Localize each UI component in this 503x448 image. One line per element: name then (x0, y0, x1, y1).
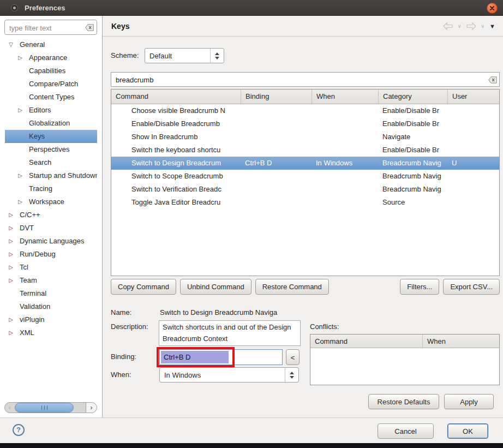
export-csv-button[interactable]: Export CSV... (443, 279, 500, 295)
table-row[interactable]: Enable/Disable BreadcrumbEnable/Disable … (111, 117, 499, 130)
clear-search-icon[interactable] (488, 76, 497, 85)
sidebar-item-viplugin[interactable]: ▷viPlugin (5, 313, 97, 326)
sidebar-item-compare-patch[interactable]: Compare/Patch (5, 77, 97, 91)
view-menu-icon[interactable]: ▼ (489, 23, 495, 29)
preferences-dialog: Preferences ▽General ▷Appearance Capabil… (0, 0, 503, 448)
close-button[interactable] (487, 3, 498, 14)
expander-collapsed-icon[interactable]: ▷ (7, 248, 15, 261)
sidebar-item-editors[interactable]: ▷Editors (5, 104, 97, 117)
conflicts-column-when[interactable]: When (422, 334, 499, 348)
binding-history-button[interactable]: < (286, 349, 300, 365)
conflicts-column-command[interactable]: Command (310, 334, 422, 348)
unbind-command-button[interactable]: Unbind Command (180, 279, 251, 295)
sidebar-item-capabilities[interactable]: Capabilities (5, 64, 97, 77)
expander-collapsed-icon[interactable]: ▷ (7, 313, 15, 326)
sidebar-item-appearance[interactable]: ▷Appearance (5, 51, 97, 64)
help-icon[interactable]: ? (13, 424, 25, 436)
scroll-right-icon[interactable]: › (86, 403, 97, 413)
scrollbar-thumb[interactable] (15, 403, 74, 413)
when-label: When: (111, 371, 131, 379)
sidebar-item-globalization[interactable]: Globalization (5, 117, 97, 130)
expander-collapsed-icon[interactable]: ▷ (7, 222, 15, 235)
table-header-row: Command Binding When Category User (111, 89, 499, 104)
sidebar: ▽General ▷Appearance Capabilities Compar… (0, 16, 103, 417)
back-arrow-icon[interactable] (443, 22, 453, 30)
sidebar-item-keys[interactable]: Keys (5, 130, 97, 143)
sidebar-item-workspace[interactable]: ▷Workspace (5, 195, 97, 208)
column-header-binding[interactable]: Binding (241, 89, 312, 104)
expander-collapsed-icon[interactable]: ▷ (7, 235, 15, 248)
expander-collapsed-icon[interactable]: ▷ (7, 208, 15, 222)
sidebar-item-xml[interactable]: ▷XML (5, 326, 97, 339)
table-row[interactable]: Switch the keyboard shortcuEnable/Disabl… (111, 144, 499, 157)
table-row-selected[interactable]: Switch to Design BreadcrumCtrl+B DIn Win… (111, 157, 499, 170)
scheme-select[interactable]: Default (145, 48, 224, 63)
conflicts-table: Command When (310, 334, 500, 385)
command-filter-input[interactable] (115, 74, 482, 86)
when-select[interactable]: In Windows (159, 367, 299, 383)
window-bottom-edge (0, 443, 503, 448)
clear-filter-icon[interactable] (85, 24, 94, 33)
sidebar-item-general[interactable]: ▽General (5, 38, 97, 51)
sidebar-item-tracing[interactable]: Tracing (5, 182, 97, 195)
sidebar-item-validation[interactable]: Validation (5, 300, 97, 313)
back-history-chevron-icon[interactable]: ∨ (458, 23, 462, 29)
table-row[interactable]: Switch to Scope BreadcrumbBreadcrumb Nav… (111, 170, 499, 183)
name-value: Switch to Design Breadcrumb Naviga (160, 308, 306, 316)
sidebar-horizontal-scrollbar[interactable]: ‹ › (4, 402, 97, 413)
expander-collapsed-icon[interactable]: ▷ (7, 326, 15, 339)
sidebar-item-run-debug[interactable]: ▷Run/Debug (5, 248, 97, 261)
name-label: Name: (111, 308, 131, 316)
sidebar-item-team[interactable]: ▷Team (5, 274, 97, 287)
apply-button[interactable]: Apply (444, 394, 494, 409)
title-bar[interactable]: Preferences (0, 0, 503, 16)
description-label: Description: (111, 322, 148, 331)
combo-spinner-icon[interactable] (210, 49, 224, 63)
conflicts-label: Conflicts: (310, 322, 339, 331)
expander-collapsed-icon[interactable]: ▷ (16, 169, 24, 182)
table-row[interactable]: Show In BreadcrumbNavigate (111, 130, 499, 144)
binding-input[interactable]: Ctrl+B D (159, 349, 283, 365)
forward-history-chevron-icon[interactable]: ∨ (481, 23, 485, 29)
column-header-category[interactable]: Category (378, 89, 447, 104)
sidebar-item-tcl[interactable]: ▷Tcl (5, 261, 97, 274)
table-actions: Copy Command Unbind Command Restore Comm… (111, 279, 500, 295)
sidebar-item-dvt[interactable]: ▷DVT (5, 222, 97, 235)
sidebar-item-search[interactable]: Search (5, 156, 97, 169)
expander-collapsed-icon[interactable]: ▷ (16, 104, 24, 117)
sidebar-item-perspectives[interactable]: Perspectives (5, 143, 97, 156)
column-header-command[interactable]: Command (111, 89, 241, 104)
scrollbar-grip-icon (41, 405, 47, 410)
table-row[interactable]: Choose visible Breadcrumb NEnable/Disabl… (111, 104, 499, 117)
table-row[interactable]: Switch to Verification BreadcBreadcrumb … (111, 183, 499, 196)
table-row[interactable]: Toggle Java Editor BreadcruSource (111, 196, 499, 209)
sidebar-item-c-cpp[interactable]: ▷C/C++ (5, 208, 97, 222)
conflicts-header-row: Command When (310, 334, 499, 348)
copy-command-button[interactable]: Copy Command (111, 279, 176, 295)
preferences-tree: ▽General ▷Appearance Capabilities Compar… (5, 38, 97, 368)
ok-button[interactable]: OK (447, 423, 488, 439)
expander-collapsed-icon[interactable]: ▷ (16, 51, 24, 64)
when-value: In Windows (160, 371, 285, 379)
cancel-button[interactable]: Cancel (378, 423, 434, 439)
restore-command-button[interactable]: Restore Command (255, 279, 329, 295)
forward-arrow-icon[interactable] (466, 22, 476, 30)
sidebar-item-terminal[interactable]: Terminal (5, 287, 97, 300)
expander-collapsed-icon[interactable]: ▷ (7, 261, 15, 274)
binding-label: Binding: (111, 353, 136, 361)
sidebar-item-dynamic-languages[interactable]: ▷Dynamic Languages (5, 235, 97, 248)
filters-button[interactable]: Filters... (400, 279, 439, 295)
description-box: Switch shortcuts in and out of the Desig… (159, 320, 301, 346)
scroll-left-icon[interactable]: ‹ (5, 403, 15, 413)
expander-collapsed-icon[interactable]: ▷ (7, 274, 15, 287)
column-header-user[interactable]: User (447, 89, 499, 104)
combo-spinner-icon[interactable] (285, 368, 298, 382)
expander-collapsed-icon[interactable]: ▷ (16, 195, 24, 208)
expander-expanded-icon[interactable]: ▽ (7, 38, 15, 51)
scheme-value: Default (145, 52, 210, 60)
filter-input[interactable] (8, 21, 84, 34)
sidebar-item-content-types[interactable]: Content Types (5, 91, 97, 104)
column-header-when[interactable]: When (312, 89, 378, 104)
restore-defaults-button[interactable]: Restore Defaults (368, 394, 439, 409)
sidebar-item-startup-and-shutdown[interactable]: ▷Startup and Shutdown (5, 169, 97, 182)
